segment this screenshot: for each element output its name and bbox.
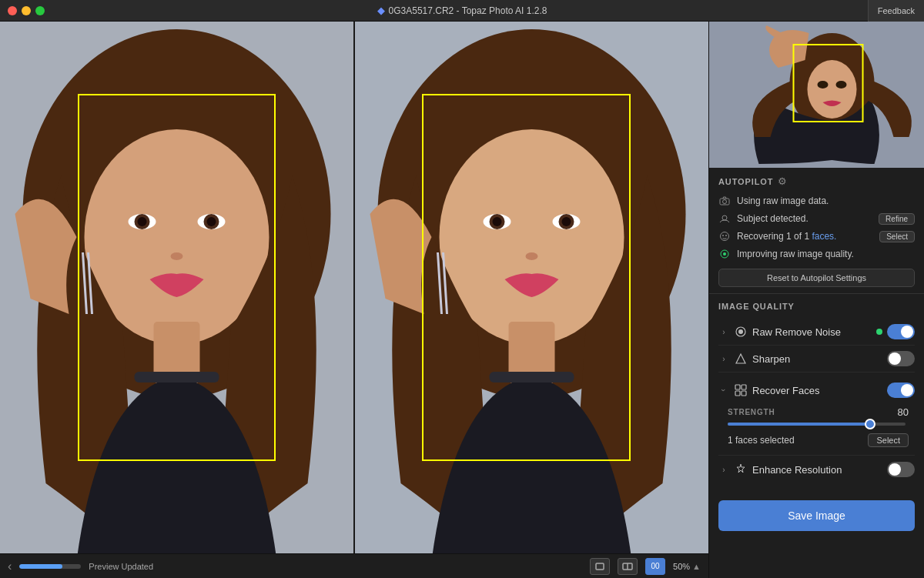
svg-point-11: [171, 252, 183, 260]
image-quality-section: IMAGE QUALITY › Raw Remove Noise ›: [709, 294, 924, 491]
face-icon: [718, 230, 731, 242]
svg-marker-43: [736, 354, 745, 363]
raw-noise-toggle-thumb: [901, 326, 913, 338]
thumbnail-preview: [709, 22, 924, 168]
svg-rect-16: [490, 372, 574, 383]
nav-arrow-left[interactable]: ‹: [8, 560, 12, 573]
preview-status: Preview Updated: [89, 562, 153, 571]
autopilot-section: AUTOPILOT ⚙ Using raw image data. Subjec…: [709, 168, 924, 294]
enhance-resolution-toggle-thumb: [889, 463, 901, 476]
svg-point-42: [738, 329, 743, 334]
autopilot-title: AUTOPILOT: [718, 177, 773, 186]
canvas-area: ‹ Preview Updated 00 50% ▲: [0, 22, 708, 578]
after-image: [355, 22, 708, 578]
ap-subject-text: Subject detected.: [737, 213, 872, 224]
recover-faces-label: Recover Faces: [752, 385, 882, 396]
recover-faces-expand[interactable]: ›: [718, 385, 729, 396]
svg-point-38: [725, 235, 727, 236]
after-photo-svg: [355, 22, 708, 578]
svg-rect-4: [135, 372, 219, 383]
raw-noise-icon: [734, 325, 748, 339]
autopilot-row-faces: Recovering 1 of 1 faces. Select: [718, 230, 915, 242]
sidebar: AUTOPILOT ⚙ Using raw image data. Subjec…: [708, 22, 924, 578]
svg-point-7: [138, 217, 147, 226]
enhance-resolution-row: › Enhance Resolution: [718, 456, 915, 483]
recover-faces-row: › Recover Faces: [718, 377, 915, 403]
strength-value: 80: [887, 406, 909, 418]
autopilot-row-raw: Using raw image data.: [718, 195, 915, 207]
sharpen-toggle[interactable]: [887, 351, 915, 366]
svg-point-23: [526, 252, 538, 260]
strength-slider-track[interactable]: [728, 423, 906, 426]
before-image: [0, 22, 353, 578]
recover-faces-toggle[interactable]: [887, 383, 915, 398]
enhance-expand[interactable]: ›: [718, 464, 729, 475]
autopilot-header: AUTOPILOT ⚙: [718, 175, 915, 187]
select-faces-badge[interactable]: Select: [868, 433, 909, 447]
svg-point-22: [562, 217, 571, 226]
svg-point-19: [493, 217, 502, 226]
titlebar: ◆ 0G3A5517.CR2 - Topaz Photo AI 1.2.8 Fe…: [0, 0, 924, 22]
faces-selected-text: 1 faces selected: [728, 435, 862, 446]
svg-rect-24: [596, 563, 604, 570]
sharpen-label: Sharpen: [752, 353, 882, 365]
camera-icon: [718, 195, 731, 207]
sharpen-icon: [734, 352, 748, 366]
ap-raw-text: Using raw image data.: [737, 195, 915, 206]
subject-icon: [718, 212, 731, 225]
svg-point-10: [207, 217, 216, 226]
sharpen-row: › Sharpen: [718, 346, 915, 373]
bottom-bar: ‹ Preview Updated 00 50% ▲: [0, 553, 708, 578]
thumbnail-image: [709, 22, 924, 168]
image-quality-title: IMAGE QUALITY: [718, 302, 915, 311]
window-controls: [8, 6, 45, 15]
thumb-svg: [709, 22, 924, 168]
view-split-button[interactable]: [618, 558, 638, 575]
window-title: ◆ 0G3A5517.CR2 - Topaz Photo AI 1.2.8: [377, 5, 547, 16]
raw-noise-toggle[interactable]: [887, 324, 915, 339]
svg-point-31: [836, 81, 847, 89]
progress-bar: [19, 564, 81, 569]
raw-noise-expand[interactable]: ›: [718, 326, 729, 337]
recover-faces-icon: [734, 383, 748, 397]
sharpen-expand[interactable]: ›: [718, 353, 729, 364]
ap-faces-text: Recovering 1 of 1 faces.: [737, 231, 873, 242]
raw-noise-label: Raw Remove Noise: [752, 326, 872, 338]
strength-row: STRENGTH 80: [718, 403, 915, 421]
view-single-button[interactable]: [590, 558, 610, 575]
raw-remove-noise-row: › Raw Remove Noise: [718, 319, 915, 346]
app-icon: ◆: [377, 5, 385, 16]
svg-point-29: [808, 60, 857, 119]
view-dual-button[interactable]: 00: [645, 558, 665, 575]
zoom-control[interactable]: 50% ▲: [673, 562, 701, 571]
recover-faces-toggle-thumb: [901, 384, 913, 396]
minimize-button[interactable]: [22, 6, 31, 15]
maximize-button[interactable]: [35, 6, 45, 15]
enhance-resolution-label: Enhance Resolution: [752, 464, 882, 476]
svg-point-37: [722, 235, 724, 236]
quality-icon: [718, 248, 731, 260]
strength-slider-thumb[interactable]: [865, 419, 875, 429]
zoom-arrow-icon: ▲: [692, 562, 701, 571]
enhance-resolution-toggle[interactable]: [887, 462, 915, 477]
autopilot-gear-icon[interactable]: ⚙: [778, 175, 787, 187]
strength-slider-row: [718, 421, 915, 430]
feedback-button[interactable]: Feedback: [868, 0, 924, 22]
after-panel[interactable]: [353, 22, 708, 578]
raw-noise-active-dot: [876, 329, 882, 335]
svg-point-40: [723, 252, 726, 256]
autopilot-row-subject: Subject detected. Refine: [718, 212, 915, 225]
svg-point-35: [722, 215, 727, 220]
refine-button[interactable]: Refine: [879, 213, 915, 225]
autopilot-row-quality: Improving raw image quality.: [718, 248, 915, 260]
close-button[interactable]: [8, 6, 17, 15]
ap-quality-text: Improving raw image quality.: [737, 249, 915, 259]
svg-rect-46: [735, 391, 740, 396]
save-image-button[interactable]: Save Image: [718, 500, 915, 531]
before-panel[interactable]: [0, 22, 353, 578]
recover-faces-section: › Recover Faces STRENGTH 80: [718, 373, 915, 456]
main-layout: ‹ Preview Updated 00 50% ▲: [0, 22, 924, 578]
reset-autopilot-button[interactable]: Reset to Autopilot Settings: [718, 269, 915, 287]
select-faces-button[interactable]: Select: [879, 231, 915, 242]
svg-point-36: [721, 232, 729, 241]
